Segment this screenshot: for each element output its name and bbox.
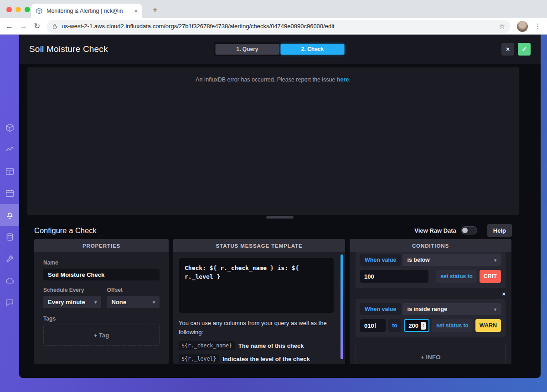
forward-icon[interactable]: →: [20, 22, 27, 30]
reload-icon[interactable]: ↻: [34, 22, 40, 30]
overlay-header: Soil Moisture Check 1. Query 2. Check × …: [19, 35, 541, 64]
threshold-row: 100 set status to CRIT: [360, 270, 501, 283]
to-label: to: [388, 319, 401, 332]
chat-icon: [5, 298, 15, 307]
range-max-input[interactable]: 200 ▲ ▼: [404, 319, 429, 332]
schedule-every-dropdown[interactable]: Every minute ▾: [43, 296, 101, 308]
threshold-input[interactable]: 100: [360, 270, 428, 283]
configure-panels: PROPERTIES Name Soil Moisture Check Sche…: [34, 239, 541, 364]
sidebar-item-settings[interactable]: [0, 248, 19, 270]
status-message-panel: STATUS MESSAGE TEMPLATE Check: ${ r._che…: [173, 239, 345, 364]
check-name-var-desc: The name of this check: [238, 342, 304, 349]
template-help-text: You can use any columns from your query …: [179, 319, 331, 337]
close-window-button[interactable]: [6, 7, 12, 12]
window-controls: [6, 7, 30, 12]
sidebar-item-usage[interactable]: [0, 270, 19, 291]
toggle-knob: [462, 228, 468, 233]
offset-dropdown[interactable]: None ▾: [107, 296, 160, 308]
sidebar-item-feedback[interactable]: [0, 291, 19, 313]
range-min-input[interactable]: 010: [360, 319, 386, 332]
conditions-panel: CONDITIONS When value is below ▾ 100: [350, 239, 511, 364]
operator-dropdown[interactable]: is below ▾: [403, 254, 501, 266]
conditions-header: CONDITIONS: [350, 239, 511, 252]
help-button[interactable]: Help: [487, 224, 512, 237]
check-editor-overlay: Soil Moisture Check 1. Query 2. Check × …: [19, 35, 541, 378]
sidebar-item-dashboards[interactable]: [0, 160, 19, 182]
bell-icon: [5, 210, 15, 220]
number-stepper-icon[interactable]: ▲ ▼: [421, 322, 426, 330]
schedule-every-value: Every minute: [48, 299, 85, 305]
chevron-down-icon: ▾: [149, 300, 155, 305]
influxdata-favicon-icon: [36, 7, 43, 15]
when-value-chip: When value: [360, 254, 401, 266]
wrench-icon: [5, 254, 15, 264]
operator-dropdown[interactable]: is inside range ▾: [403, 303, 501, 315]
lock-icon: [52, 24, 57, 29]
template-var-row: ${r._level} Indicates the level of the c…: [179, 354, 334, 363]
operator-value: is below: [407, 257, 429, 263]
address-bar[interactable]: us-west-2-1.aws.cloud2.influxdata.com/or…: [46, 20, 511, 33]
new-tab-button[interactable]: +: [149, 4, 161, 16]
status-message-body: Check: ${ r._check_name } is: ${ r._leve…: [173, 252, 345, 364]
sidebar-item-data-explorer[interactable]: [0, 138, 19, 160]
profile-avatar[interactable]: [517, 21, 528, 32]
database-icon: [5, 232, 15, 242]
browser-tab[interactable]: Monitoring & Alerting | rick@in ×: [31, 4, 142, 18]
checkmark-icon: ✓: [521, 46, 527, 53]
save-check-button[interactable]: ✓: [518, 43, 531, 56]
chevron-down-icon: ▾: [490, 307, 496, 312]
status-message-header: STATUS MESSAGE TEMPLATE: [173, 239, 345, 252]
set-status-label: set status to: [432, 319, 473, 332]
browser-menu-icon[interactable]: ⋮: [534, 22, 542, 31]
back-icon[interactable]: ←: [5, 22, 13, 30]
zoom-window-button[interactable]: [25, 7, 30, 12]
check-name-input[interactable]: Soil Moisture Check: [43, 269, 160, 280]
conditions-body: When value is below ▾ 100 set status to …: [350, 252, 511, 364]
overlay-actions: × ✓: [501, 43, 531, 56]
schedule-every-label: Schedule Every: [43, 287, 101, 293]
error-text: An InfluxDB error has occurred. Please r…: [196, 76, 337, 83]
template-var-row: ${r._check_name} The name of this check: [179, 341, 334, 350]
view-raw-data-label: View Raw Data: [414, 227, 456, 234]
view-raw-data-toggle[interactable]: [461, 226, 477, 234]
offset-value: None: [111, 299, 126, 305]
browser-tabstrip: Monitoring & Alerting | rick@in × +: [0, 0, 547, 18]
resize-drag-handle[interactable]: [266, 216, 294, 219]
graph-icon: [5, 145, 15, 154]
condition-card-warn: × When value is inside range ▾ 010: [356, 299, 506, 337]
crit-level-button[interactable]: CRIT: [480, 270, 501, 283]
add-tag-button[interactable]: + Tag: [43, 325, 160, 346]
report-issue-link[interactable]: here: [337, 76, 349, 83]
cancel-button[interactable]: ×: [501, 43, 514, 56]
sidebar-item-tasks[interactable]: [0, 182, 19, 204]
url-text: us-west-2-1.aws.cloud2.influxdata.com/or…: [62, 23, 495, 30]
sidebar-item-load-data[interactable]: [0, 226, 19, 248]
sidebar-item-home[interactable]: [0, 117, 19, 138]
minimize-window-button[interactable]: [15, 7, 21, 12]
tab-check[interactable]: 2. Check: [281, 44, 345, 55]
error-period: .: [349, 76, 350, 83]
when-value-chip: When value: [360, 303, 401, 315]
sidebar-item-alerts[interactable]: [0, 204, 19, 226]
panel-scrollbar[interactable]: [341, 255, 343, 359]
status-message-textarea[interactable]: Check: ${ r._check_name } is: ${ r._leve…: [179, 258, 334, 313]
tab-query[interactable]: 1. Query: [216, 44, 279, 55]
configure-title: Configure a Check: [34, 226, 97, 235]
level-var-chip: ${r._level}: [179, 354, 219, 363]
text-cursor: [375, 323, 376, 328]
threshold-row: 010 to 200 ▲ ▼ set statu: [360, 319, 501, 332]
condition-card-crit: When value is below ▾ 100 set status to …: [356, 252, 506, 288]
close-tab-icon[interactable]: ×: [134, 8, 138, 15]
chevron-down-icon: ▾: [91, 300, 97, 305]
check-name-var-chip: ${r._check_name}: [179, 341, 235, 350]
properties-panel: PROPERTIES Name Soil Moisture Check Sche…: [34, 239, 169, 364]
warn-level-button[interactable]: WARN: [475, 319, 501, 332]
name-label: Name: [43, 260, 160, 266]
add-info-button[interactable]: + INFO: [356, 344, 506, 364]
check-name-title[interactable]: Soil Moisture Check: [29, 44, 108, 54]
close-icon: ×: [506, 46, 510, 53]
remove-condition-icon[interactable]: ×: [502, 290, 506, 297]
tab-title: Monitoring & Alerting | rick@in: [46, 8, 130, 14]
cloud-icon: [5, 276, 15, 285]
bookmark-star-icon[interactable]: ☆: [499, 22, 505, 31]
